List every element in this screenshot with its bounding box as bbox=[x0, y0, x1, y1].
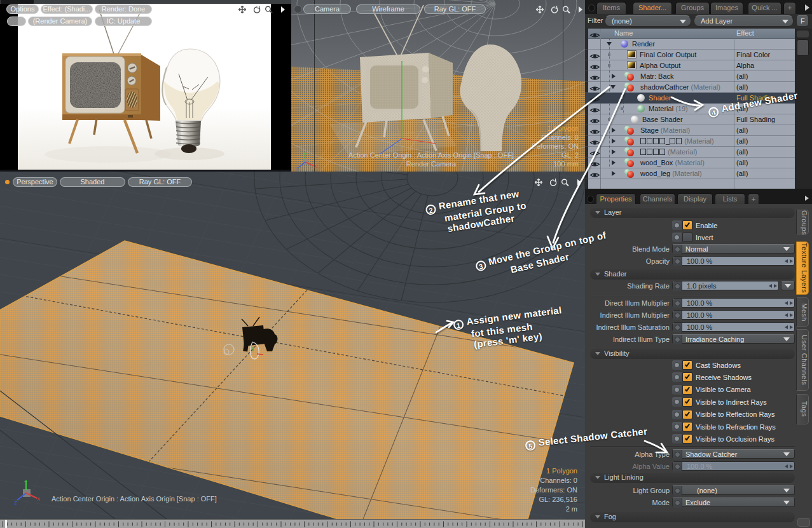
svg-text:X: X bbox=[37, 496, 41, 502]
svg-text:X: X bbox=[314, 164, 317, 168]
svg-text:Z: Z bbox=[296, 166, 299, 170]
svg-text:Y: Y bbox=[304, 152, 307, 157]
svg-text:Y: Y bbox=[24, 480, 28, 485]
svg-text:Z: Z bbox=[14, 500, 17, 504]
